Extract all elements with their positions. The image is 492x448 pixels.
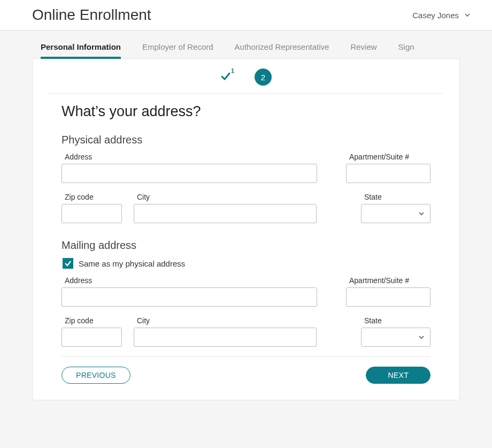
mailing-state-label: State	[361, 316, 430, 325]
physical-state-field: State	[361, 193, 430, 223]
tab-authorized-representative[interactable]: Authorized Representative	[235, 42, 329, 59]
tab-employer-of-record[interactable]: Employer of Record	[142, 42, 213, 59]
mailing-address-input[interactable]	[62, 287, 317, 307]
tab-personal-information[interactable]: Personal Information	[41, 42, 121, 59]
mailing-zip-input[interactable]	[62, 328, 122, 347]
step-1-complete: 1	[220, 71, 231, 83]
physical-address-heading: Physical address	[62, 134, 430, 146]
mailing-apt-label: Apartment/Suite #	[346, 276, 430, 285]
physical-address-input[interactable]	[62, 164, 317, 183]
physical-state-label: State	[361, 193, 430, 201]
physical-zip-label: Zip code	[62, 193, 122, 201]
check-icon	[64, 260, 72, 267]
physical-address-field: Address	[62, 153, 317, 183]
mailing-address-label: Address	[62, 276, 317, 285]
previous-button[interactable]: PREVIOUS	[62, 367, 130, 384]
tab-sign[interactable]: Sign	[398, 42, 414, 59]
stepper: 1 2	[49, 69, 443, 94]
mailing-zip-field: Zip code	[62, 316, 122, 347]
app-title: Online Enrollment	[32, 6, 151, 24]
step-2-number: 2	[261, 73, 265, 82]
tab-bar: Personal Information Employer of Record …	[32, 31, 460, 59]
mailing-city-field: City	[134, 316, 317, 347]
same-as-physical-label: Same as my physical address	[79, 259, 185, 268]
check-icon	[220, 71, 231, 81]
mailing-apt-field: Apartment/Suite #	[346, 276, 430, 307]
mailing-city-input[interactable]	[134, 328, 317, 347]
panel-footer: PREVIOUS NEXT	[62, 356, 430, 384]
physical-address-label: Address	[62, 153, 317, 161]
user-name: Casey Jones	[412, 11, 459, 20]
chevron-down-icon	[464, 12, 471, 18]
physical-apt-input[interactable]	[346, 164, 430, 183]
step-1-number: 1	[231, 67, 234, 74]
physical-zip-input[interactable]	[62, 204, 122, 223]
mailing-state-select[interactable]	[361, 328, 430, 347]
physical-state-select[interactable]	[361, 204, 430, 223]
physical-city-input[interactable]	[134, 204, 317, 223]
step-2-current: 2	[255, 69, 272, 86]
top-bar: Online Enrollment Casey Jones	[0, 0, 492, 31]
next-button[interactable]: NEXT	[366, 367, 430, 384]
mailing-apt-input[interactable]	[346, 287, 430, 307]
main-panel: 1 2 What’s your address? Physical addres…	[32, 58, 460, 400]
page-heading: What’s your address?	[62, 103, 430, 120]
physical-city-label: City	[134, 193, 317, 201]
physical-city-field: City	[134, 193, 317, 223]
mailing-address-field: Address	[62, 276, 317, 307]
mailing-state-field: State	[361, 316, 430, 347]
mailing-city-label: City	[134, 316, 317, 325]
user-menu[interactable]: Casey Jones	[412, 11, 471, 20]
same-as-physical-checkbox[interactable]	[63, 258, 73, 269]
mailing-zip-label: Zip code	[62, 316, 122, 325]
physical-apt-label: Apartment/Suite #	[346, 153, 430, 161]
physical-zip-field: Zip code	[62, 193, 122, 223]
mailing-address-heading: Mailing address	[62, 239, 430, 252]
same-as-physical-row: Same as my physical address	[62, 258, 430, 269]
tab-review[interactable]: Review	[350, 42, 376, 59]
physical-apt-field: Apartment/Suite #	[346, 153, 430, 183]
